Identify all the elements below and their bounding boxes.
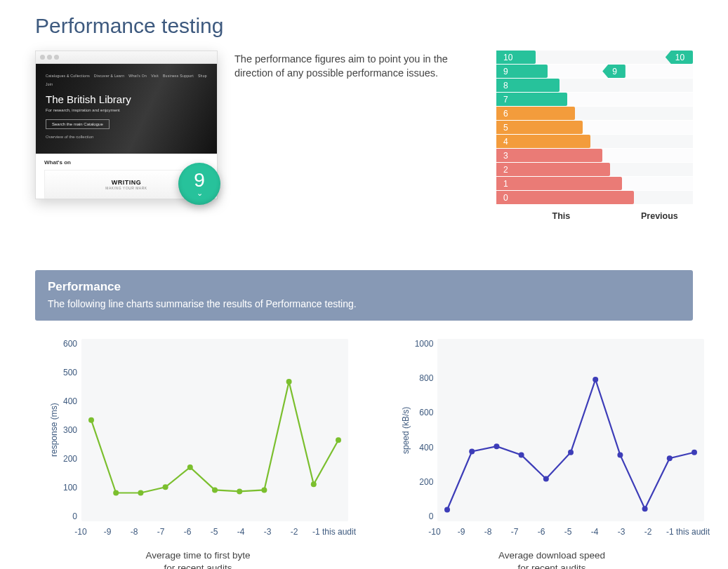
ladder-row: 3 — [496, 149, 693, 162]
score-ladder-panel: 101099876543210 This Previous — [496, 51, 693, 221]
chart-point — [163, 484, 168, 490]
chart-point — [237, 488, 242, 494]
ladder-row: 2 — [496, 163, 693, 176]
chart-ytick: 100 — [63, 483, 77, 493]
chart-yticks: 6005004003002001000 — [60, 339, 81, 521]
ladder-bar: 5 — [496, 121, 583, 134]
chart-xtick: -10 — [67, 527, 94, 537]
chart-ytick: 400 — [419, 443, 433, 453]
chart-xticks: -10-9-8-7-6-5-4-3-2-1 this audit — [35, 527, 361, 537]
chart-card: response (ms)6005004003002001000-10-9-8-… — [35, 339, 361, 569]
chart-point — [88, 417, 94, 423]
chart-line — [447, 380, 694, 510]
chart-ytick: 0 — [429, 511, 434, 521]
ladder-bar: 2 — [496, 163, 610, 176]
chart-ytick: 200 — [419, 477, 433, 487]
ladder-legend: This Previous — [496, 211, 693, 221]
legend-previous: Previous — [626, 211, 693, 221]
ladder-bar: 7 — [496, 93, 567, 106]
chart-point — [543, 476, 549, 482]
ladder-marker-this: 9 — [602, 65, 626, 78]
chart-xtick: -4 — [227, 527, 254, 537]
chart-xtick: -5 — [201, 527, 227, 537]
chart-ytick: 400 — [63, 396, 77, 406]
chart-xtick: -1 this audit — [307, 527, 361, 537]
chart-point — [113, 490, 119, 496]
summary-row: Catalogues & CollectionsDiscover & Learn… — [35, 51, 693, 221]
chart-ylabel: speed (kB/s) — [399, 339, 412, 521]
chart-point — [618, 452, 623, 457]
page-title: Performance testing — [35, 14, 693, 38]
ladder-row: 4 — [496, 135, 693, 148]
chart-point — [642, 506, 648, 511]
chart-xtick: -1 this audit — [661, 527, 715, 537]
chart-ytick: 500 — [63, 368, 77, 377]
legend-this: This — [496, 211, 626, 221]
ladder-row: 1010 — [496, 51, 693, 64]
chart-ytick: 1000 — [415, 339, 434, 349]
thumbnail-nav-item: Visit — [151, 74, 159, 78]
thumbnail-banner-title: WRITING — [112, 179, 142, 186]
chart-xtick: -3 — [608, 527, 635, 537]
ladder-row: 1 — [496, 177, 693, 190]
chart-xtick: -9 — [448, 527, 475, 537]
thumbnail-hero-title: The British Library — [46, 93, 207, 105]
chart-xtick: -6 — [174, 527, 201, 537]
thumbnail-nav-item: Join — [46, 82, 53, 86]
chart-ylabel: response (ms) — [48, 339, 60, 521]
chart-xtick: -6 — [528, 527, 555, 537]
ladder-bar: 8 — [496, 79, 560, 92]
chart-xtick: -7 — [501, 527, 528, 537]
score-badge[interactable]: 9 ⌄ — [178, 163, 220, 205]
ladder-bar: 6 — [496, 107, 575, 120]
chart-point — [311, 481, 317, 487]
ladder-row: 8 — [496, 79, 693, 92]
chart-xticks: -10-9-8-7-6-5-4-3-2-1 this audit — [389, 527, 715, 537]
section-title: Performance — [48, 280, 680, 294]
chart-xtick: -2 — [281, 527, 307, 537]
chart-plot — [437, 339, 704, 521]
chart-point — [336, 437, 341, 443]
chart-point — [593, 377, 599, 382]
chart-caption: Average time to first bytefor recent aud… — [145, 549, 250, 569]
chart-point — [470, 449, 475, 455]
chart-point — [667, 455, 673, 461]
ladder-row: 0 — [496, 191, 693, 204]
ladder-bar: 3 — [496, 149, 602, 162]
thumbnail-nav-item: Discover & Learn — [94, 74, 124, 78]
chart-row: response (ms)6005004003002001000-10-9-8-… — [35, 339, 693, 569]
chart-xtick: -2 — [635, 527, 661, 537]
chart-xtick: -5 — [555, 527, 581, 537]
intro-text: The performance figures aim to point you… — [234, 51, 479, 81]
ladder-row: 6 — [496, 107, 693, 120]
thumbnail-hero-subtitle: For research, inspiration and enjoyment — [46, 108, 207, 112]
thumbnail-nav-item: Business Support — [163, 74, 194, 78]
chart-card: speed (kB/s)10008006004002000-10-9-8-7-6… — [389, 339, 715, 569]
chart-line — [91, 382, 338, 493]
score-value: 9 — [194, 170, 205, 190]
chart-yticks: 10008006004002000 — [412, 339, 438, 521]
chart-ytick: 200 — [63, 454, 77, 464]
thumbnail-whats-on: What's on — [44, 159, 209, 166]
browser-chrome-icon — [36, 51, 217, 64]
thumbnail-nav-item: Shop — [198, 74, 207, 78]
section-subtitle: The following line charts summarise the … — [48, 298, 680, 309]
chart-caption: Average download speedfor recent audits — [498, 549, 605, 569]
chart-point — [138, 490, 143, 496]
chart-point — [519, 452, 524, 457]
ladder-bar: 9 — [496, 65, 548, 78]
thumbnail-nav-item: Catalogues & Collections — [46, 74, 90, 78]
thumbnail-banner-subtitle: MAKING YOUR MARK — [105, 186, 147, 190]
chart-point — [444, 507, 450, 513]
ladder-row: 99 — [496, 65, 693, 78]
chart-ytick: 600 — [419, 408, 433, 417]
score-ladder: 101099876543210 — [496, 51, 693, 204]
chart-xtick: -8 — [121, 527, 147, 537]
chart-point — [568, 450, 574, 455]
ladder-marker-previous: 10 — [666, 51, 693, 64]
chart-xtick: -9 — [94, 527, 121, 537]
site-thumbnail: Catalogues & CollectionsDiscover & Learn… — [35, 51, 218, 199]
chevron-down-icon: ⌄ — [197, 189, 203, 197]
chart-point — [187, 464, 193, 470]
chart-xtick: -8 — [475, 527, 501, 537]
